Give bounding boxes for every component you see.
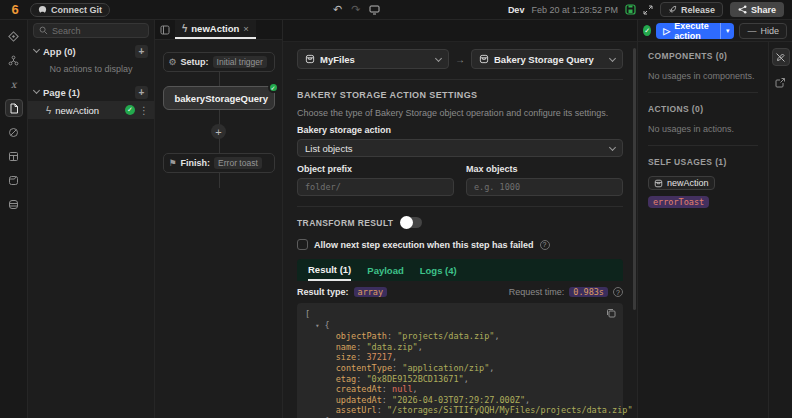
share-button[interactable]: Share [730, 2, 784, 17]
page-section-header[interactable]: Page (1) + [28, 83, 154, 101]
execute-toolbar: ✓ ▷ Execute action ▾ — Hide [638, 20, 792, 42]
chevron-down-icon [33, 87, 40, 94]
sidebar-theme-icon[interactable] [5, 123, 23, 141]
sidebar-interface-icon[interactable] [5, 27, 23, 45]
chevron-down-icon [609, 143, 616, 150]
hide-panel-button[interactable]: — Hide [739, 23, 787, 39]
minus-icon: — [747, 26, 756, 36]
help-icon[interactable]: ? [540, 240, 550, 250]
resource-select[interactable]: MyFiles [297, 49, 449, 69]
preview-monitor-icon[interactable] [369, 5, 380, 15]
settings-scrollbar[interactable] [633, 48, 636, 310]
sidebar-tables-icon[interactable] [5, 147, 23, 165]
add-step-button[interactable]: + [211, 124, 226, 139]
environment-label[interactable]: Dev [508, 5, 525, 15]
app-logo-icon[interactable]: 6 [8, 3, 22, 17]
usages-panel: COMPONENTS (0) No usages in components. … [638, 42, 768, 418]
usage-pill-errortoast[interactable]: errorToast [648, 196, 709, 208]
step-settings-panel: MyFiles → Bakery Storage Query BAKERY ST… [283, 20, 638, 418]
usage-pill-newaction[interactable]: newAction [648, 176, 715, 190]
components-usages-title: COMPONENTS (0) [648, 51, 758, 61]
add-app-action-button[interactable]: + [135, 45, 148, 58]
self-usages-title: SELF USAGES (1) [648, 157, 758, 167]
release-button[interactable]: Release [660, 2, 723, 17]
finish-toast-badge: Error toast [214, 157, 262, 169]
sidebar-automations-icon[interactable] [5, 51, 23, 69]
action-success-badge: ✓ [125, 105, 135, 115]
github-icon [38, 5, 47, 14]
transform-result-label: TRANSFORM RESULT [297, 218, 393, 228]
fullscreen-icon[interactable] [643, 5, 653, 15]
step-success-badge: ✓ [268, 82, 279, 93]
result-type-label: Result type: [297, 287, 349, 297]
request-time-label: Request time: [509, 287, 565, 297]
chevron-down-icon [609, 54, 616, 61]
sidebar-database-icon[interactable] [5, 195, 23, 213]
tab-newaction[interactable]: ϟ newAction × [175, 20, 256, 39]
settings-panel-header [283, 20, 637, 42]
action-flow-panel: ϟ newAction × ⚙ Setup: Initial trigger b… [155, 20, 283, 418]
divider [297, 206, 623, 207]
chevron-down-icon [33, 46, 40, 53]
storage-action-label: Bakery storage action [297, 125, 623, 135]
chevron-down-icon [435, 54, 442, 61]
flag-icon: ⚑ [169, 158, 177, 168]
result-type-badge: array [354, 287, 388, 297]
sidebar-resources-icon[interactable] [5, 171, 23, 189]
allow-next-step-checkbox[interactable] [297, 239, 308, 250]
storage-action-select[interactable]: List objects [297, 139, 623, 157]
result-tabs-bar: Result (1) Payload Logs (4) [297, 259, 623, 281]
usages-pen-disabled-icon[interactable] [772, 48, 790, 66]
app-empty-message: No actions to display [28, 60, 154, 83]
tab-payload[interactable]: Payload [367, 259, 403, 281]
divider [297, 79, 623, 80]
add-page-action-button[interactable]: + [135, 86, 148, 99]
allow-next-step-label: Allow next step execution when this step… [314, 240, 534, 250]
close-tab-icon[interactable]: × [243, 23, 249, 34]
settings-section-title: BAKERY STORAGE ACTION SETTINGS [297, 90, 623, 100]
tab-result[interactable]: Result (1) [308, 259, 351, 281]
search-box[interactable] [33, 23, 149, 38]
storage-icon [479, 54, 489, 64]
storage-icon [654, 179, 663, 188]
copy-icon[interactable] [606, 308, 616, 318]
collapse-panel-icon[interactable] [155, 20, 175, 39]
right-region: ✓ ▷ Execute action ▾ — Hide COMPONENTS (… [638, 20, 792, 418]
play-icon: ▷ [663, 26, 670, 36]
object-prefix-input[interactable] [297, 178, 454, 196]
sidebar-actions-icon[interactable] [5, 99, 23, 117]
max-objects-input[interactable] [466, 178, 623, 196]
settings-description: Choose the type of Bakery Storage object… [297, 108, 623, 118]
object-prefix-label: Object prefix [297, 164, 454, 174]
help-icon[interactable]: ? [613, 287, 623, 297]
tab-logs[interactable]: Logs (4) [420, 259, 457, 281]
action-bolt-icon: ϟ [46, 105, 51, 116]
connect-git-button[interactable]: Connect Git [30, 3, 110, 17]
setup-trigger-badge: Initial trigger [213, 56, 267, 68]
flow-finish-step[interactable]: ⚑ Finish: Error toast [163, 153, 275, 173]
action-bolt-icon: ϟ [182, 23, 187, 34]
actions-usages-title: ACTIONS (0) [648, 104, 758, 114]
saved-floppy-icon [625, 4, 636, 15]
app-section-header[interactable]: App (0) + [28, 42, 154, 60]
action-type-select[interactable]: Bakery Storage Query [471, 49, 623, 69]
result-json-viewer[interactable]: [ ▾ { objectPath: "projects/data.zip", n… [297, 303, 623, 418]
execute-action-button[interactable]: ▷ Execute action ▾ [656, 23, 734, 39]
storage-icon [305, 54, 315, 64]
transform-result-toggle[interactable] [401, 217, 422, 228]
execute-options-dropdown[interactable]: ▾ [720, 23, 735, 39]
search-icon [39, 26, 48, 35]
search-input[interactable] [52, 26, 143, 36]
last-saved-timestamp: Feb 20 at 1:28:52 PM [531, 5, 618, 15]
action-list-item-newaction[interactable]: ϟ newAction ✓ ⋮ [28, 101, 154, 119]
top-bar: 6 Connect Git ↶ ↷ Dev Feb 20 at 1:28:52 … [0, 0, 792, 20]
module-sidebar: x [0, 20, 28, 418]
arrow-right-icon: → [455, 54, 465, 65]
flow-step-bakerystoragequery[interactable]: bakeryStorageQuery ✓ [163, 86, 275, 110]
redo-icon[interactable]: ↷ [351, 3, 360, 16]
undo-icon[interactable]: ↶ [333, 3, 342, 16]
open-external-icon[interactable] [772, 73, 790, 91]
sidebar-variables-icon[interactable]: x [5, 75, 23, 93]
flow-setup-step[interactable]: ⚙ Setup: Initial trigger [163, 52, 275, 72]
action-menu-icon[interactable]: ⋮ [139, 105, 149, 116]
